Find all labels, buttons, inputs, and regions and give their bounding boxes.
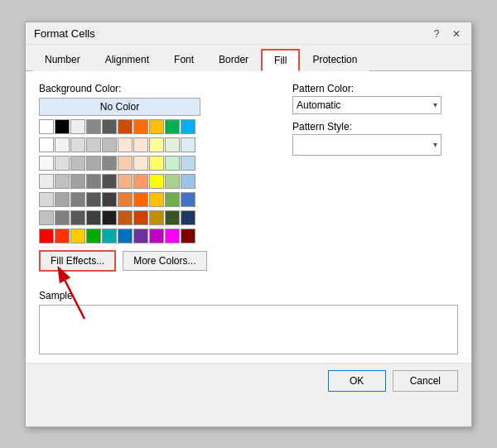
color-cell[interactable]	[70, 210, 85, 225]
cancel-button[interactable]: Cancel	[393, 370, 458, 392]
color-cell[interactable]	[165, 192, 180, 207]
color-cell[interactable]	[181, 192, 195, 207]
color-grid-row7	[39, 229, 276, 243]
color-cell[interactable]	[102, 192, 117, 207]
color-cell[interactable]	[102, 119, 117, 134]
color-cell[interactable]	[165, 156, 180, 171]
fill-effects-button[interactable]: Fill Effects...	[39, 250, 116, 272]
color-cell[interactable]	[55, 156, 70, 171]
tab-font[interactable]: Font	[162, 49, 206, 71]
color-cell[interactable]	[118, 192, 133, 207]
color-cell[interactable]	[39, 119, 54, 134]
color-cell[interactable]	[55, 174, 70, 189]
color-cell[interactable]	[39, 229, 54, 243]
color-cell[interactable]	[165, 119, 180, 134]
color-cell[interactable]	[39, 137, 54, 152]
color-cell[interactable]	[39, 174, 54, 189]
color-cell[interactable]	[165, 210, 180, 225]
color-cell[interactable]	[86, 229, 101, 243]
color-cell[interactable]	[102, 174, 117, 189]
color-cell[interactable]	[118, 229, 133, 243]
color-cell[interactable]	[70, 156, 85, 171]
color-cell[interactable]	[55, 119, 70, 134]
tab-protection[interactable]: Protection	[300, 49, 369, 71]
color-cell[interactable]	[165, 137, 180, 152]
color-cell[interactable]	[55, 192, 70, 207]
color-cell[interactable]	[149, 210, 164, 225]
color-grid-row6	[39, 210, 276, 225]
color-cell[interactable]	[118, 119, 133, 134]
pattern-color-value: Automatic	[297, 99, 340, 111]
color-cell[interactable]	[149, 192, 164, 207]
pattern-color-select[interactable]: Automatic ▾	[292, 96, 442, 114]
color-cell[interactable]	[181, 119, 195, 134]
color-cell[interactable]	[133, 192, 148, 207]
color-cell[interactable]	[102, 229, 117, 243]
pattern-color-chevron: ▾	[433, 100, 437, 109]
pattern-style-select[interactable]: ▾	[292, 134, 442, 156]
color-cell[interactable]	[55, 137, 70, 152]
tab-fill[interactable]: Fill	[261, 49, 300, 71]
help-button[interactable]: ?	[430, 27, 443, 41]
pattern-style-chevron: ▾	[433, 140, 437, 149]
color-grid-row4	[39, 174, 276, 189]
color-cell[interactable]	[165, 229, 180, 243]
close-button[interactable]: ✕	[450, 27, 463, 41]
color-cell[interactable]	[102, 137, 117, 152]
color-cell[interactable]	[149, 229, 164, 243]
color-cell[interactable]	[149, 137, 164, 152]
color-cell[interactable]	[86, 192, 101, 207]
color-cell[interactable]	[133, 229, 148, 243]
color-cell[interactable]	[86, 210, 101, 225]
dialog-footer: OK Cancel	[26, 363, 471, 400]
pattern-color-label: Pattern Color:	[292, 83, 458, 94]
color-cell[interactable]	[102, 156, 117, 171]
tab-border[interactable]: Border	[206, 49, 261, 71]
color-cell[interactable]	[149, 156, 164, 171]
dialog-body: Background Color: No Color Fill Effects.…	[26, 71, 471, 283]
color-cell[interactable]	[86, 174, 101, 189]
color-cell[interactable]	[70, 119, 85, 134]
color-cell[interactable]	[86, 156, 101, 171]
ok-button[interactable]: OK	[328, 370, 386, 392]
color-cell[interactable]	[39, 192, 54, 207]
color-cell[interactable]	[70, 229, 85, 243]
color-cell[interactable]	[133, 156, 148, 171]
color-cell[interactable]	[39, 210, 54, 225]
color-cell[interactable]	[86, 137, 101, 152]
color-cell[interactable]	[70, 174, 85, 189]
color-cell[interactable]	[70, 192, 85, 207]
background-color-label: Background Color:	[39, 83, 276, 94]
format-cells-dialog: Format Cells ? ✕ Number Alignment Font B…	[25, 22, 472, 427]
more-colors-button[interactable]: More Colors...	[123, 251, 206, 271]
color-cell[interactable]	[133, 119, 148, 134]
color-cell[interactable]	[102, 210, 117, 225]
color-cell[interactable]	[133, 137, 148, 152]
color-cell[interactable]	[55, 210, 70, 225]
color-cell[interactable]	[133, 174, 148, 189]
color-cell[interactable]	[39, 156, 54, 171]
color-cell[interactable]	[70, 137, 85, 152]
color-cell[interactable]	[86, 119, 101, 134]
color-cell[interactable]	[181, 137, 195, 152]
color-cell[interactable]	[181, 174, 195, 189]
no-color-button[interactable]: No Color	[39, 98, 200, 116]
pattern-style-label: Pattern Style:	[292, 121, 458, 132]
color-cell[interactable]	[181, 156, 195, 171]
color-grid-row2	[39, 137, 276, 152]
color-cell[interactable]	[181, 229, 195, 243]
tab-number[interactable]: Number	[32, 49, 93, 71]
tab-alignment[interactable]: Alignment	[93, 49, 162, 71]
color-cell[interactable]	[118, 174, 133, 189]
color-cell[interactable]	[133, 210, 148, 225]
color-cell[interactable]	[181, 210, 195, 225]
color-cell[interactable]	[149, 119, 164, 134]
dialog-title: Format Cells	[34, 27, 95, 40]
color-cell[interactable]	[149, 174, 164, 189]
right-panel: Pattern Color: Automatic ▾ Pattern Style…	[292, 83, 458, 272]
color-cell[interactable]	[165, 174, 180, 189]
color-cell[interactable]	[118, 156, 133, 171]
color-cell[interactable]	[118, 210, 133, 225]
color-cell[interactable]	[118, 137, 133, 152]
color-cell[interactable]	[55, 229, 70, 243]
